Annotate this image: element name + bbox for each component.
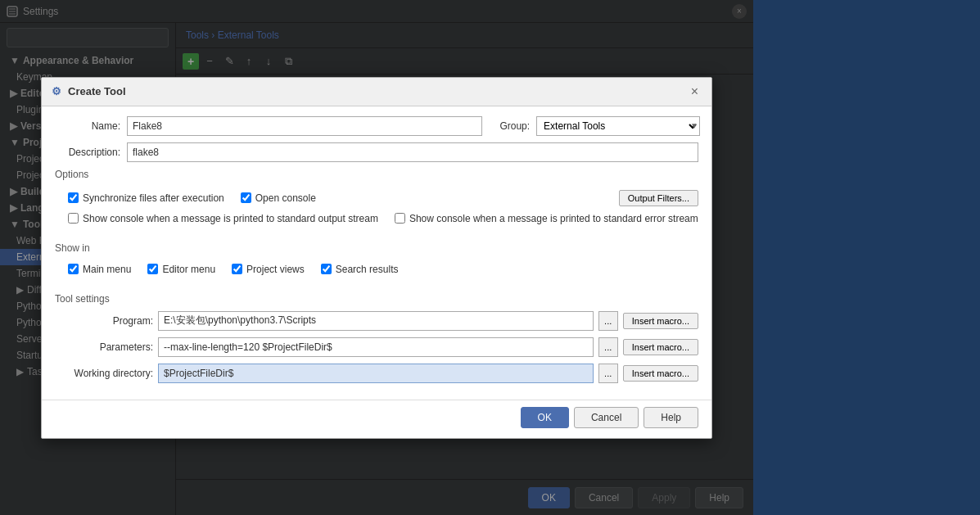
parameters-input[interactable] bbox=[158, 337, 594, 357]
program-dots-button[interactable]: ... bbox=[598, 311, 618, 331]
main-menu-check[interactable] bbox=[68, 264, 79, 274]
parameters-insert-macro-button[interactable]: Insert macro... bbox=[623, 339, 698, 355]
group-label: Group: bbox=[489, 120, 530, 132]
show-in-label: Show in bbox=[55, 242, 698, 254]
name-row: Name: Group: External Tools ▼ bbox=[55, 116, 698, 136]
tool-settings: Program: ... Insert macro... Parameters:… bbox=[55, 311, 698, 383]
working-dir-input[interactable] bbox=[158, 364, 594, 383]
editor-menu-checkbox[interactable]: Editor menu bbox=[147, 264, 215, 275]
show-console-stderr-check[interactable] bbox=[395, 213, 405, 224]
parameters-dots-button[interactable]: ... bbox=[598, 337, 618, 357]
sync-files-check[interactable] bbox=[68, 192, 79, 203]
main-menu-checkbox[interactable]: Main menu bbox=[68, 264, 131, 275]
program-insert-macro-button[interactable]: Insert macro... bbox=[623, 313, 698, 329]
options-row-2: Show console when a message is printed t… bbox=[68, 213, 698, 224]
working-dir-dots-button[interactable]: ... bbox=[598, 364, 618, 383]
name-label: Name: bbox=[55, 120, 120, 132]
dialog-cancel-button[interactable]: Cancel bbox=[574, 407, 639, 428]
dialog-overlay: ⚙ Create Tool × Name: Group: External To… bbox=[0, 0, 753, 515]
dialog-title-text: Create Tool bbox=[68, 85, 126, 97]
dialog-title-bar: ⚙ Create Tool × bbox=[42, 78, 711, 106]
editor-menu-check[interactable] bbox=[147, 264, 158, 274]
program-row: Program: ... Insert macro... bbox=[55, 311, 698, 331]
open-console-check[interactable] bbox=[241, 192, 251, 203]
project-views-check[interactable] bbox=[232, 264, 242, 274]
search-results-checkbox[interactable]: Search results bbox=[321, 264, 399, 275]
dialog-help-button[interactable]: Help bbox=[644, 407, 698, 428]
dialog-body: Name: Group: External Tools ▼ Descriptio… bbox=[42, 106, 711, 400]
show-in-row: Main menu Editor menu Project views Sear… bbox=[68, 264, 698, 275]
dialog-ok-button[interactable]: OK bbox=[521, 407, 569, 428]
sync-files-checkbox[interactable]: Synchronize files after execution bbox=[68, 192, 224, 204]
project-views-checkbox[interactable]: Project views bbox=[232, 264, 305, 275]
options-label: Options bbox=[55, 169, 698, 180]
program-input[interactable] bbox=[158, 311, 594, 331]
working-dir-insert-macro-button[interactable]: Insert macro... bbox=[623, 365, 698, 382]
dialog-close-button[interactable]: × bbox=[688, 84, 702, 99]
right-panel bbox=[753, 0, 980, 515]
parameters-row: Parameters: ... Insert macro... bbox=[55, 337, 698, 357]
options-grid: Synchronize files after execution Open c… bbox=[55, 185, 698, 236]
open-console-checkbox[interactable]: Open console bbox=[241, 192, 316, 204]
output-filters-button[interactable]: Output Filters... bbox=[619, 190, 698, 206]
working-dir-row: Working directory: ... Insert macro... bbox=[55, 364, 698, 383]
dialog-footer: OK Cancel Help bbox=[42, 400, 711, 438]
name-input[interactable] bbox=[127, 116, 482, 136]
program-label: Program: bbox=[55, 315, 153, 327]
dialog-icon: ⚙ bbox=[52, 85, 61, 97]
search-results-check[interactable] bbox=[321, 264, 332, 274]
parameters-label: Parameters: bbox=[55, 341, 153, 353]
show-console-stderr-checkbox[interactable]: Show console when a message is printed t… bbox=[395, 213, 698, 224]
show-console-stdout-check[interactable] bbox=[68, 213, 79, 224]
show-in-grid: Main menu Editor menu Project views Sear… bbox=[55, 259, 698, 287]
group-select[interactable]: External Tools bbox=[536, 116, 700, 136]
show-console-stdout-checkbox[interactable]: Show console when a message is printed t… bbox=[68, 213, 378, 224]
tool-settings-label: Tool settings bbox=[55, 293, 698, 305]
description-input[interactable] bbox=[127, 142, 698, 162]
description-row: Description: bbox=[55, 142, 698, 162]
options-row-1: Synchronize files after execution Open c… bbox=[68, 190, 698, 206]
description-label: Description: bbox=[55, 147, 120, 158]
create-tool-dialog: ⚙ Create Tool × Name: Group: External To… bbox=[41, 77, 712, 439]
working-dir-label: Working directory: bbox=[55, 368, 153, 379]
